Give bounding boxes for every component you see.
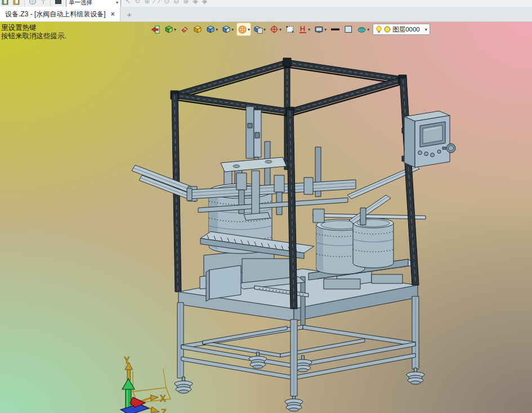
pick-arrow-icon[interactable]: ↖ [125,0,131,5]
stop-icon[interactable] [55,0,62,5]
selection-mode-value: 单一选择 [69,0,92,7]
selection-mode-combo[interactable]: 单一选择 ▾ [66,0,121,7]
leveling-foot [285,395,303,411]
gem-icon[interactable]: ◈ [202,0,207,5]
leveling-foot [406,368,424,384]
pan-view-icon[interactable] [41,0,46,6]
slash-icon[interactable]: ∕ [154,0,155,5]
slash-icon[interactable]: ∕ [159,0,160,5]
zoom-out-icon[interactable]: ⊖ [173,0,179,5]
separator [24,0,25,7]
top-toolbar-strip: 单一选择 ▾ ↖ ↻ ⊕ ∕ ∕ ⊙ ⊖ ⊕ ◈ ◈ [0,0,532,7]
frame-right-post [400,78,419,285]
copy-icon[interactable] [13,0,20,6]
gem-icon[interactable]: ◈ [193,0,198,5]
separator [50,0,51,7]
new-tab-button[interactable]: + [120,7,138,21]
zoom-in-icon[interactable]: ⊕ [183,0,189,5]
orbit-icon[interactable]: ⊙ [164,0,169,5]
view-triad[interactable]: Y X Z [120,356,171,413]
triad-x-label: X [160,394,166,403]
leveling-foot [175,377,193,393]
model-scene[interactable]: Y X Z [0,22,532,413]
control-panel[interactable] [402,111,455,167]
rotate-view-icon[interactable] [29,0,37,6]
app-window: 单一选择 ▾ ↖ ↻ ⊕ ∕ ∕ ⊙ ⊖ ⊕ ◈ ◈ 设备.Z3 - [水阀自动… [0,0,532,413]
machine-model[interactable] [132,58,455,411]
zoom-all-icon[interactable]: ⊕ [144,0,150,5]
triad-z-label: Z [161,408,167,413]
tab-title: 设备.Z3 - [水阀自动上料组装设备] [5,10,106,19]
close-icon[interactable]: × [111,10,115,18]
chevron-down-icon: ▾ [116,0,118,5]
redo-view-icon[interactable]: ↻ [135,0,140,5]
tab-active-document[interactable]: 设备.Z3 - [水阀自动上料组装设备] × [0,7,120,21]
viewport-3d[interactable]: 里设置热键 按钮来取消这些提示. ▾ ▾ ▾ [0,22,532,413]
paste-icon[interactable] [2,0,9,6]
document-tab-bar: 设备.Z3 - [水阀自动上料组装设备] × + [0,7,532,22]
